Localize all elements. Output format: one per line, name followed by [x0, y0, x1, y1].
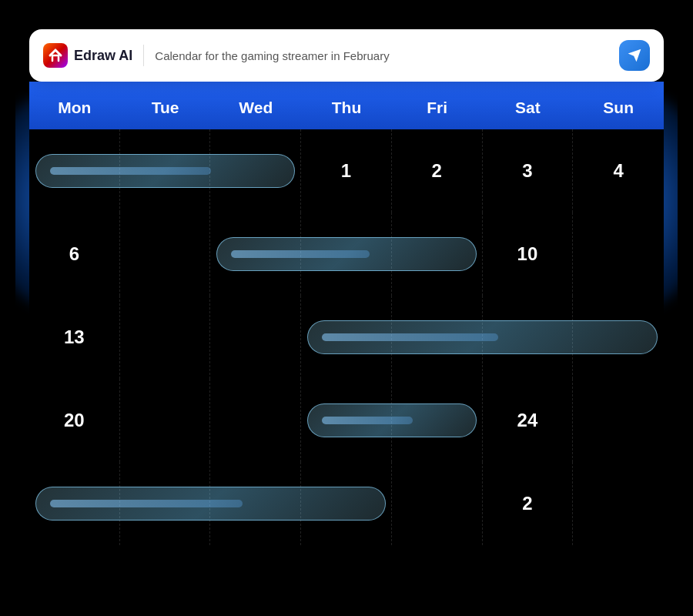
main-container: Edraw AI Calendar for the gaming streame…: [15, 15, 678, 601]
calendar-grid: 1 2 3 4 6 10: [29, 129, 664, 545]
cell-w4-sun: [573, 379, 664, 462]
cell-w4-sat: 24: [483, 379, 574, 462]
cell-w2-fri: [392, 213, 483, 296]
cell-w1-tue: [120, 129, 211, 213]
date-4: 4: [613, 160, 623, 182]
header-divider: [143, 45, 144, 66]
logo-text: Edraw AI: [74, 48, 132, 64]
day-header-sat: Sat: [483, 99, 574, 117]
day-header-sun: Sun: [573, 99, 664, 117]
cell-w2-thu: [301, 213, 392, 296]
cell-w3-mon: 13: [29, 296, 120, 379]
cell-w5-tue: [120, 462, 211, 545]
date-2b: 2: [522, 493, 532, 514]
cell-w4-tue: [120, 379, 211, 462]
cell-w4-wed: [210, 379, 301, 462]
date-6: 6: [69, 243, 79, 265]
cell-w1-fri: 2: [392, 129, 483, 213]
date-3: 3: [522, 160, 532, 182]
cell-w4-thu: [301, 379, 392, 462]
cell-w1-thu: 1: [301, 129, 392, 213]
cell-w5-mon: [29, 462, 120, 545]
day-header-fri: Fri: [392, 99, 483, 117]
cell-w5-fri: [392, 462, 483, 545]
cell-w3-thu: [301, 296, 392, 379]
calendar-body: 1 2 3 4 6 10: [29, 129, 664, 545]
cell-w3-fri: [392, 296, 483, 379]
day-header-tue: Tue: [120, 99, 211, 117]
calendar-container: Mon Tue Wed Thu Fri Sat Sun 1 2: [29, 82, 664, 545]
cell-w1-mon: [29, 129, 120, 213]
date-1: 1: [341, 160, 351, 182]
day-headers-row: Mon Tue Wed Thu Fri Sat Sun: [29, 82, 664, 129]
header-bar: Edraw AI Calendar for the gaming streame…: [29, 29, 664, 82]
cell-w1-sun: 4: [573, 129, 664, 213]
cell-w4-fri: [392, 379, 483, 462]
cell-w3-tue: [120, 296, 211, 379]
cell-w1-sat: 3: [483, 129, 574, 213]
cell-w2-mon: 6: [29, 213, 120, 296]
cell-w5-sat: 2: [483, 462, 574, 545]
date-24: 24: [517, 410, 538, 431]
day-header-thu: Thu: [301, 99, 392, 117]
cell-w4-mon: 20: [29, 379, 120, 462]
date-2: 2: [432, 160, 442, 182]
cell-w5-thu: [301, 462, 392, 545]
date-10: 10: [517, 243, 538, 265]
cell-w5-wed: [210, 462, 301, 545]
date-20: 20: [64, 410, 85, 431]
day-header-wed: Wed: [210, 99, 301, 117]
date-13: 13: [64, 326, 85, 348]
cell-w2-tue: [120, 213, 211, 296]
cell-w5-sun: [573, 462, 664, 545]
cell-w2-wed: [210, 213, 301, 296]
cell-w3-sun: [573, 296, 664, 379]
cell-w3-wed: [210, 296, 301, 379]
cell-w2-sat: 10: [483, 213, 574, 296]
logo-area: Edraw AI: [43, 43, 132, 68]
send-button[interactable]: [619, 40, 650, 71]
day-header-mon: Mon: [29, 99, 120, 117]
header-title: Calendar for the gaming streamer in Febr…: [155, 49, 608, 62]
cell-w1-wed: [210, 129, 301, 213]
cell-w2-sun: [573, 213, 664, 296]
cell-w3-sat: [483, 296, 574, 379]
logo-icon: [43, 43, 68, 68]
